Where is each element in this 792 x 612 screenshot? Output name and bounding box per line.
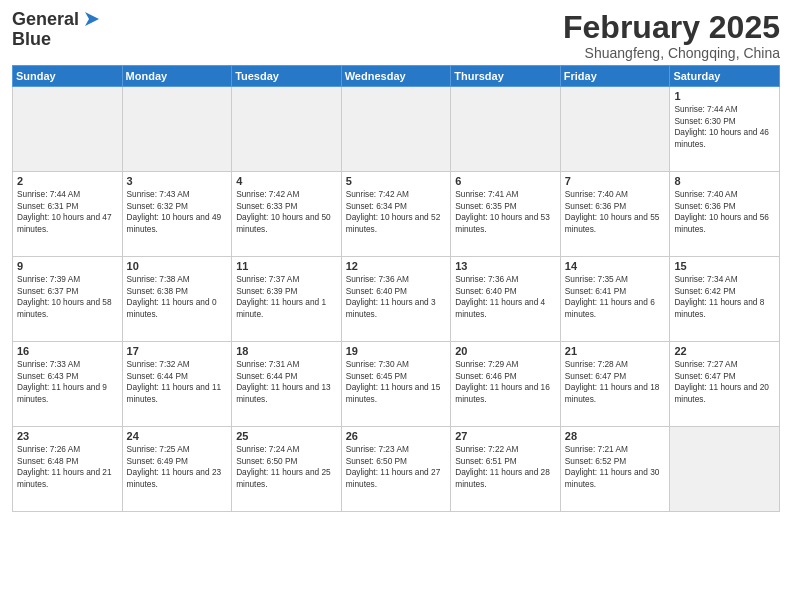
day-info: Sunrise: 7:25 AMSunset: 6:49 PMDaylight:… [127,444,228,490]
day-info: Sunrise: 7:34 AMSunset: 6:42 PMDaylight:… [674,274,775,320]
day-info: Sunrise: 7:27 AMSunset: 6:47 PMDaylight:… [674,359,775,405]
table-row: 10Sunrise: 7:38 AMSunset: 6:38 PMDayligh… [122,257,232,342]
table-row: 28Sunrise: 7:21 AMSunset: 6:52 PMDayligh… [560,427,670,512]
day-number: 12 [346,260,447,272]
calendar-week-row: 9Sunrise: 7:39 AMSunset: 6:37 PMDaylight… [13,257,780,342]
logo-arrow-icon [81,8,103,30]
day-info: Sunrise: 7:29 AMSunset: 6:46 PMDaylight:… [455,359,556,405]
table-row: 26Sunrise: 7:23 AMSunset: 6:50 PMDayligh… [341,427,451,512]
day-info: Sunrise: 7:26 AMSunset: 6:48 PMDaylight:… [17,444,118,490]
day-info: Sunrise: 7:22 AMSunset: 6:51 PMDaylight:… [455,444,556,490]
day-number: 16 [17,345,118,357]
table-row: 3Sunrise: 7:43 AMSunset: 6:32 PMDaylight… [122,172,232,257]
day-number: 23 [17,430,118,442]
day-number: 19 [346,345,447,357]
header: General Blue February 2025 Shuangfeng, C… [12,10,780,61]
day-number: 3 [127,175,228,187]
table-row: 8Sunrise: 7:40 AMSunset: 6:36 PMDaylight… [670,172,780,257]
table-row: 17Sunrise: 7:32 AMSunset: 6:44 PMDayligh… [122,342,232,427]
table-row: 1Sunrise: 7:44 AMSunset: 6:30 PMDaylight… [670,87,780,172]
header-saturday: Saturday [670,66,780,87]
day-number: 28 [565,430,666,442]
calendar-body: 1Sunrise: 7:44 AMSunset: 6:30 PMDaylight… [13,87,780,512]
table-row: 6Sunrise: 7:41 AMSunset: 6:35 PMDaylight… [451,172,561,257]
day-number: 17 [127,345,228,357]
table-row [560,87,670,172]
table-row: 24Sunrise: 7:25 AMSunset: 6:49 PMDayligh… [122,427,232,512]
day-info: Sunrise: 7:21 AMSunset: 6:52 PMDaylight:… [565,444,666,490]
weekday-header-row: Sunday Monday Tuesday Wednesday Thursday… [13,66,780,87]
svg-marker-0 [85,12,99,26]
table-row: 4Sunrise: 7:42 AMSunset: 6:33 PMDaylight… [232,172,342,257]
day-number: 27 [455,430,556,442]
day-number: 15 [674,260,775,272]
table-row [670,427,780,512]
day-number: 25 [236,430,337,442]
day-number: 24 [127,430,228,442]
table-row: 5Sunrise: 7:42 AMSunset: 6:34 PMDaylight… [341,172,451,257]
table-row: 22Sunrise: 7:27 AMSunset: 6:47 PMDayligh… [670,342,780,427]
table-row: 14Sunrise: 7:35 AMSunset: 6:41 PMDayligh… [560,257,670,342]
day-info: Sunrise: 7:35 AMSunset: 6:41 PMDaylight:… [565,274,666,320]
day-number: 7 [565,175,666,187]
day-number: 11 [236,260,337,272]
header-wednesday: Wednesday [341,66,451,87]
day-info: Sunrise: 7:30 AMSunset: 6:45 PMDaylight:… [346,359,447,405]
day-number: 6 [455,175,556,187]
table-row: 16Sunrise: 7:33 AMSunset: 6:43 PMDayligh… [13,342,123,427]
table-row: 11Sunrise: 7:37 AMSunset: 6:39 PMDayligh… [232,257,342,342]
day-info: Sunrise: 7:39 AMSunset: 6:37 PMDaylight:… [17,274,118,320]
table-row: 19Sunrise: 7:30 AMSunset: 6:45 PMDayligh… [341,342,451,427]
day-info: Sunrise: 7:41 AMSunset: 6:35 PMDaylight:… [455,189,556,235]
day-number: 8 [674,175,775,187]
day-info: Sunrise: 7:44 AMSunset: 6:30 PMDaylight:… [674,104,775,150]
table-row [232,87,342,172]
day-info: Sunrise: 7:44 AMSunset: 6:31 PMDaylight:… [17,189,118,235]
table-row: 15Sunrise: 7:34 AMSunset: 6:42 PMDayligh… [670,257,780,342]
month-title: February 2025 [563,10,780,45]
day-info: Sunrise: 7:33 AMSunset: 6:43 PMDaylight:… [17,359,118,405]
day-number: 22 [674,345,775,357]
day-number: 10 [127,260,228,272]
day-number: 14 [565,260,666,272]
table-row: 7Sunrise: 7:40 AMSunset: 6:36 PMDaylight… [560,172,670,257]
day-number: 13 [455,260,556,272]
header-tuesday: Tuesday [232,66,342,87]
day-info: Sunrise: 7:32 AMSunset: 6:44 PMDaylight:… [127,359,228,405]
calendar-week-row: 2Sunrise: 7:44 AMSunset: 6:31 PMDaylight… [13,172,780,257]
logo-text-general: General [12,10,79,30]
calendar-week-row: 1Sunrise: 7:44 AMSunset: 6:30 PMDaylight… [13,87,780,172]
day-number: 2 [17,175,118,187]
calendar-table: Sunday Monday Tuesday Wednesday Thursday… [12,65,780,512]
day-info: Sunrise: 7:43 AMSunset: 6:32 PMDaylight:… [127,189,228,235]
day-number: 5 [346,175,447,187]
table-row: 25Sunrise: 7:24 AMSunset: 6:50 PMDayligh… [232,427,342,512]
table-row: 18Sunrise: 7:31 AMSunset: 6:44 PMDayligh… [232,342,342,427]
day-info: Sunrise: 7:40 AMSunset: 6:36 PMDaylight:… [565,189,666,235]
day-info: Sunrise: 7:40 AMSunset: 6:36 PMDaylight:… [674,189,775,235]
header-friday: Friday [560,66,670,87]
calendar-week-row: 23Sunrise: 7:26 AMSunset: 6:48 PMDayligh… [13,427,780,512]
table-row: 12Sunrise: 7:36 AMSunset: 6:40 PMDayligh… [341,257,451,342]
table-row: 23Sunrise: 7:26 AMSunset: 6:48 PMDayligh… [13,427,123,512]
header-monday: Monday [122,66,232,87]
table-row: 20Sunrise: 7:29 AMSunset: 6:46 PMDayligh… [451,342,561,427]
day-info: Sunrise: 7:31 AMSunset: 6:44 PMDaylight:… [236,359,337,405]
table-row: 13Sunrise: 7:36 AMSunset: 6:40 PMDayligh… [451,257,561,342]
location-subtitle: Shuangfeng, Chongqing, China [563,45,780,61]
table-row [122,87,232,172]
day-info: Sunrise: 7:42 AMSunset: 6:34 PMDaylight:… [346,189,447,235]
page-container: General Blue February 2025 Shuangfeng, C… [0,0,792,520]
day-info: Sunrise: 7:23 AMSunset: 6:50 PMDaylight:… [346,444,447,490]
day-info: Sunrise: 7:37 AMSunset: 6:39 PMDaylight:… [236,274,337,320]
day-number: 20 [455,345,556,357]
table-row: 21Sunrise: 7:28 AMSunset: 6:47 PMDayligh… [560,342,670,427]
table-row [341,87,451,172]
day-info: Sunrise: 7:36 AMSunset: 6:40 PMDaylight:… [346,274,447,320]
day-number: 26 [346,430,447,442]
day-number: 1 [674,90,775,102]
calendar-week-row: 16Sunrise: 7:33 AMSunset: 6:43 PMDayligh… [13,342,780,427]
header-thursday: Thursday [451,66,561,87]
table-row: 2Sunrise: 7:44 AMSunset: 6:31 PMDaylight… [13,172,123,257]
logo: General Blue [12,10,103,50]
